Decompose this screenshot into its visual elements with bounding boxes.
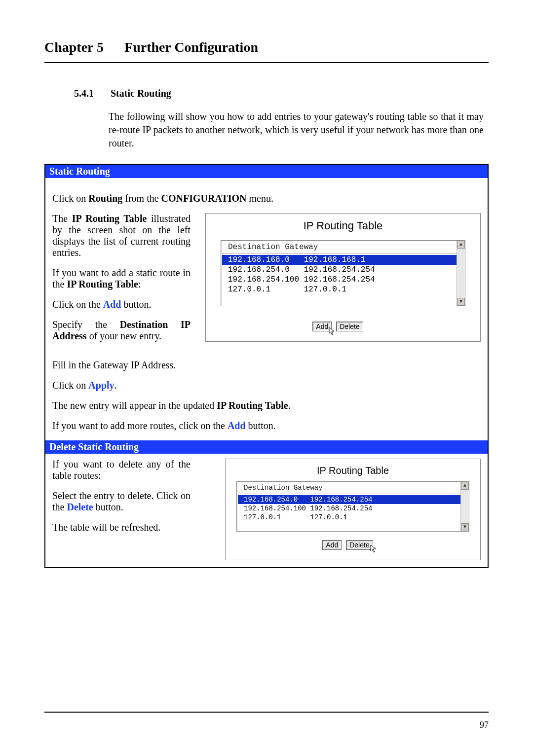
instruction-p7: Click on Apply.	[52, 380, 481, 391]
table-row[interactable]: 192.168.168.0 192.168.168.1	[222, 255, 464, 265]
cursor-icon	[370, 544, 378, 556]
add-button-2[interactable]: Add	[322, 540, 342, 550]
instruction-p6: Fill in the Gateway IP Address.	[52, 360, 481, 371]
table-row[interactable]: 127.0.0.1 127.0.0.1	[222, 285, 464, 294]
chapter-number: Chapter 5	[44, 39, 104, 55]
intro-paragraph: The following will show you how to add e…	[109, 110, 484, 150]
instruction-p2: The IP Routing Table illustrated by the …	[52, 213, 190, 258]
delete-left-instructions: If you want to delete any of the table r…	[52, 459, 190, 542]
box-title-bar: Static Routing	[45, 165, 488, 178]
delete-box-title-bar: Delete Static Routing	[45, 440, 488, 454]
delete-p1: If you want to delete any of the table r…	[52, 459, 190, 481]
list-header: Destination Gateway	[222, 242, 464, 252]
footer-rule	[44, 712, 489, 713]
table-row[interactable]: 192.168.254.0 192.168.254.254	[222, 265, 464, 275]
routing-listbox-1[interactable]: Destination Gateway 192.168.168.0 192.16…	[221, 240, 465, 306]
table-row[interactable]: 192.168.254.100 192.168.254.254	[238, 504, 468, 513]
routing-table-screenshot-1: IP Routing Table Destination Gateway 192…	[205, 213, 481, 342]
scroll-down-icon[interactable]: ▼	[461, 523, 469, 531]
delete-button[interactable]: Delete	[336, 322, 363, 331]
scrollbar[interactable]: ▲ ▼	[457, 241, 465, 306]
add-link-2: Add	[228, 420, 246, 431]
table-row[interactable]: 192.168.254.100 192.168.254.254	[222, 275, 464, 285]
routing-listbox-2[interactable]: Destination Gateway 192.168.254.0 192.16…	[236, 481, 469, 532]
routing-table-screenshot-2: IP Routing Table Destination Gateway 192…	[225, 459, 481, 560]
chapter-title: Further Configuration	[124, 39, 258, 55]
scroll-up-icon[interactable]: ▲	[461, 482, 469, 490]
list-header-2: Destination Gateway	[238, 483, 468, 493]
shot1-button-row: Add Delete	[212, 320, 474, 331]
instruction-line-1: Click on Routing from the CONFIGURATION …	[52, 193, 481, 204]
shot2-button-row: Add Delete	[231, 539, 474, 550]
delete-button-2[interactable]: Delete	[346, 540, 373, 550]
subsection-number: 5.4.1	[74, 88, 109, 99]
page-number: 97	[480, 720, 489, 730]
table-row[interactable]: 127.0.0.1 127.0.0.1	[238, 513, 468, 522]
left-instructions: The IP Routing Table illustrated by the …	[52, 213, 190, 351]
table-row[interactable]: 192.168.254.0 192.168.254.254	[238, 495, 468, 504]
scroll-up-icon[interactable]: ▲	[457, 241, 465, 249]
delete-p3: The table will be refreshed.	[52, 522, 190, 533]
apply-link: Apply	[88, 380, 114, 391]
shot2-title: IP Routing Table	[231, 465, 474, 476]
scrollbar-2[interactable]: ▲ ▼	[460, 482, 469, 531]
subsection-title: Static Routing	[111, 88, 171, 99]
shot1-title: IP Routing Table	[212, 219, 474, 232]
instruction-p9: If you want to add more routes, click on…	[52, 420, 481, 432]
instruction-p4: Click on the Add button.	[52, 299, 190, 310]
scroll-down-icon[interactable]: ▼	[457, 298, 465, 306]
header-rule	[44, 62, 489, 63]
delete-link: Delete	[67, 502, 93, 512]
instruction-p8: The new entry will appear in the updated…	[52, 400, 481, 411]
delete-p2: Select the entry to delete. Click on the…	[52, 490, 190, 513]
add-link: Add	[103, 299, 121, 310]
subsection-heading: 5.4.1 Static Routing	[74, 88, 489, 99]
static-routing-box: Static Routing Click on Routing from the…	[44, 164, 489, 568]
chapter-header: Chapter 5 Further Configuration	[44, 39, 489, 55]
cursor-icon	[328, 327, 336, 338]
instruction-p5: Specify the Destination IP Address of yo…	[52, 319, 190, 342]
instruction-p3: If you want to add a static route in the…	[52, 267, 190, 290]
